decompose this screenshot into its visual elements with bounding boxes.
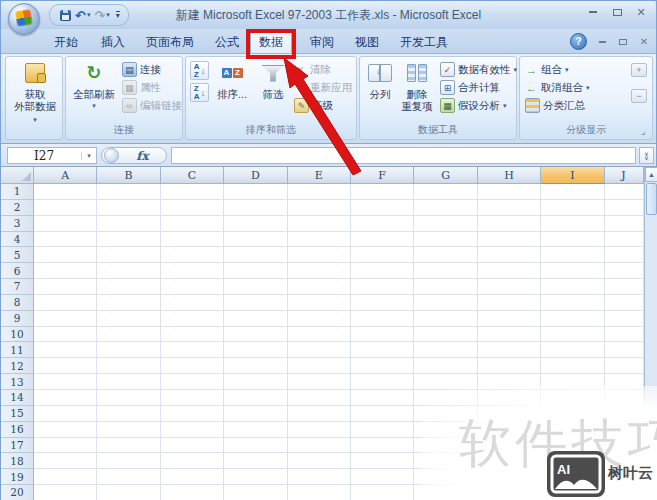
cell-A9[interactable] <box>34 311 97 327</box>
cell-H11[interactable] <box>478 342 541 358</box>
cell-F8[interactable] <box>351 295 414 311</box>
cell-F12[interactable] <box>351 358 414 374</box>
cell-G7[interactable] <box>414 279 477 295</box>
cell-C9[interactable] <box>161 311 224 327</box>
what-if-analysis-button[interactable]: ▦假设分析▾ <box>440 97 517 114</box>
what-if-analysis-button-dropdown-icon[interactable]: ▾ <box>503 102 507 110</box>
cell-H15[interactable] <box>478 406 541 422</box>
workbook-connections-button[interactable]: ▤连接 <box>122 61 182 78</box>
cell-I19[interactable] <box>541 469 604 485</box>
cell-D5[interactable] <box>224 247 287 263</box>
group-button-dropdown-icon[interactable]: ▾ <box>565 66 569 74</box>
cell-A19[interactable] <box>34 469 97 485</box>
cell-D4[interactable] <box>224 232 287 248</box>
cell-A12[interactable] <box>34 358 97 374</box>
group-button[interactable]: →组合▾ <box>525 61 590 78</box>
cell-J2[interactable] <box>605 200 644 216</box>
cell-B20[interactable] <box>97 485 160 500</box>
cell-C17[interactable] <box>161 438 224 454</box>
consolidate-button[interactable]: ⊞合并计算 <box>440 79 517 96</box>
cell-C1[interactable] <box>161 184 224 200</box>
cell-F14[interactable] <box>351 390 414 406</box>
cell-E14[interactable] <box>288 390 351 406</box>
cell-A10[interactable] <box>34 327 97 343</box>
cell-F7[interactable] <box>351 279 414 295</box>
cell-J20[interactable] <box>605 485 644 500</box>
cell-E17[interactable] <box>288 438 351 454</box>
row-header-6[interactable]: 6 <box>1 263 34 279</box>
cell-C6[interactable] <box>161 263 224 279</box>
cell-D15[interactable] <box>224 406 287 422</box>
row-header-14[interactable]: 14 <box>1 390 34 406</box>
cell-A17[interactable] <box>34 438 97 454</box>
cell-B11[interactable] <box>97 342 160 358</box>
cell-C5[interactable] <box>161 247 224 263</box>
cell-D17[interactable] <box>224 438 287 454</box>
column-header-D[interactable]: D <box>224 167 287 184</box>
cell-F2[interactable] <box>351 200 414 216</box>
cell-G3[interactable] <box>414 216 477 232</box>
cell-D10[interactable] <box>224 327 287 343</box>
cell-G1[interactable] <box>414 184 477 200</box>
column-header-C[interactable]: C <box>161 167 224 184</box>
cell-H14[interactable] <box>478 390 541 406</box>
row-header-1[interactable]: 1 <box>1 184 34 200</box>
cell-H5[interactable] <box>478 247 541 263</box>
cell-E11[interactable] <box>288 342 351 358</box>
column-header-I[interactable]: I <box>541 167 604 184</box>
cell-B17[interactable] <box>97 438 160 454</box>
filter-button[interactable]: 筛选 <box>254 60 292 100</box>
cell-H6[interactable] <box>478 263 541 279</box>
cell-F20[interactable] <box>351 485 414 500</box>
cell-F3[interactable] <box>351 216 414 232</box>
cell-A20[interactable] <box>34 485 97 500</box>
cell-F10[interactable] <box>351 327 414 343</box>
cell-D3[interactable] <box>224 216 287 232</box>
cell-G17[interactable] <box>414 438 477 454</box>
cell-I7[interactable] <box>541 279 604 295</box>
cell-B4[interactable] <box>97 232 160 248</box>
cell-I17[interactable] <box>541 438 604 454</box>
row-header-19[interactable]: 19 <box>1 469 34 485</box>
cell-D14[interactable] <box>224 390 287 406</box>
sort-button[interactable]: AZ 排序... <box>212 60 252 100</box>
cell-E3[interactable] <box>288 216 351 232</box>
cell-G20[interactable] <box>414 485 477 500</box>
cell-F16[interactable] <box>351 422 414 438</box>
edit-links-button[interactable]: ∞编辑链接 <box>122 97 182 114</box>
column-header-F[interactable]: F <box>351 167 414 184</box>
cell-A4[interactable] <box>34 232 97 248</box>
ungroup-button-dropdown-icon[interactable]: ▾ <box>586 84 590 92</box>
cell-D12[interactable] <box>224 358 287 374</box>
cell-E2[interactable] <box>288 200 351 216</box>
cell-I9[interactable] <box>541 311 604 327</box>
workbook-close-button[interactable]: ✕ <box>638 36 650 47</box>
text-to-columns-button[interactable]: 分列 <box>364 60 396 100</box>
row-header-16[interactable]: 16 <box>1 422 34 438</box>
cell-H9[interactable] <box>478 311 541 327</box>
cell-G5[interactable] <box>414 247 477 263</box>
cell-E9[interactable] <box>288 311 351 327</box>
row-header-4[interactable]: 4 <box>1 232 34 248</box>
cell-I12[interactable] <box>541 358 604 374</box>
row-header-7[interactable]: 7 <box>1 279 34 295</box>
cell-A13[interactable] <box>34 374 97 390</box>
row-header-8[interactable]: 8 <box>1 295 34 311</box>
cell-C18[interactable] <box>161 453 224 469</box>
cell-D6[interactable] <box>224 263 287 279</box>
cell-F19[interactable] <box>351 469 414 485</box>
cell-H12[interactable] <box>478 358 541 374</box>
name-box-dropdown-icon[interactable]: ▾ <box>81 152 96 160</box>
row-header-2[interactable]: 2 <box>1 200 34 216</box>
cell-F1[interactable] <box>351 184 414 200</box>
tab-view[interactable]: 视图 <box>347 31 387 53</box>
cell-C16[interactable] <box>161 422 224 438</box>
cell-C12[interactable] <box>161 358 224 374</box>
cell-J16[interactable] <box>605 422 644 438</box>
tab-home[interactable]: 开始 <box>45 31 87 53</box>
name-box[interactable]: I27 ▾ <box>7 147 97 164</box>
column-header-A[interactable]: A <box>34 167 97 184</box>
cell-D2[interactable] <box>224 200 287 216</box>
cell-F5[interactable] <box>351 247 414 263</box>
cell-B18[interactable] <box>97 453 160 469</box>
